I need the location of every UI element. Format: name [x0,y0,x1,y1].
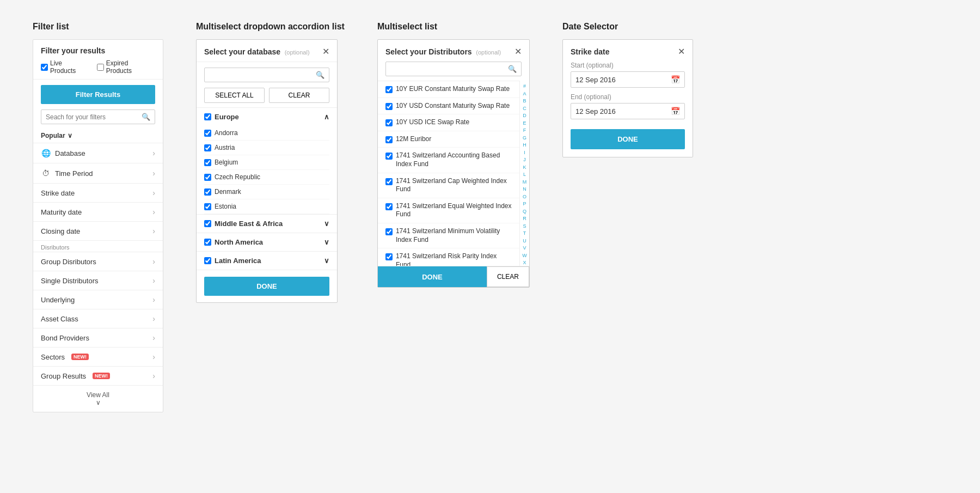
end-date-group: End (optional) 📅 [563,93,693,125]
filter-item-strike-date[interactable]: Strike date › [33,183,163,202]
date-close-icon[interactable]: ✕ [678,47,685,56]
multiselect-search-input[interactable] [390,65,508,73]
option-andorra: Andorra [204,126,329,141]
filter-item-maturity-date[interactable]: Maturity date › [33,202,163,221]
filter-item-sectors[interactable]: Sectors NEW! › [33,347,163,366]
filter-item-group-distributors[interactable]: Group Disributors › [33,252,163,271]
calendar-icon-end[interactable]: 📅 [671,107,680,115]
alpha-o[interactable]: O [523,193,526,201]
dropdown-search-input[interactable] [209,71,316,79]
option-czech: Czech Republic [204,170,329,185]
alpha-v[interactable]: V [523,245,526,252]
date-panel: Strike date ✕ Start (optional) 📅 End (op… [562,39,693,157]
select-all-button[interactable]: SELECT ALL [204,88,265,103]
filter-label-time-period: Time Period [55,169,93,178]
filter-label-single-distributors: Single Distributors [41,277,99,285]
dropdown-optional-label: (optional) [285,49,310,56]
alpha-n[interactable]: N [523,186,526,193]
alpha-u[interactable]: U [523,238,526,245]
alpha-c[interactable]: C [523,105,526,113]
alpha-s[interactable]: S [523,223,526,230]
accordion-item-europe: Europe Andorra Austria Belgium Czech Rep… [197,108,337,215]
ms-option-7: 1741 Switzerland Minimum Volatility Inde… [378,223,519,248]
alpha-g[interactable]: G [523,135,526,142]
alpha-j[interactable]: J [523,156,526,164]
expired-products-label: Expired Products [106,59,155,75]
mea-checkbox[interactable] [204,220,211,227]
alpha-t[interactable]: T [523,230,526,238]
europe-checkbox[interactable] [204,113,211,120]
alpha-h[interactable]: H [523,142,526,149]
alpha-q[interactable]: Q [523,208,526,216]
alpha-d[interactable]: D [523,112,526,120]
filter-label-group-distributors: Group Disributors [41,258,96,266]
multiselect-clear-button[interactable]: CLEAR [487,266,529,287]
popular-label: Popular [41,132,65,139]
multiselect-close-icon[interactable]: ✕ [514,47,522,56]
accordion-done-button[interactable]: DONE [204,277,329,296]
sectors-new-badge: NEW! [71,354,89,360]
alpha-f[interactable]: F [523,127,526,135]
close-icon[interactable]: ✕ [322,47,329,56]
ms-option-3: 12M Euribor [378,131,519,148]
alpha-b[interactable]: B [523,98,526,105]
filter-item-time-period[interactable]: ⏱ Time Period › [33,163,163,183]
chevron-right-icon8: › [152,295,155,304]
alpha-w[interactable]: W [522,252,527,260]
multiselect-done-button[interactable]: DONE [378,266,487,287]
live-products-checkbox[interactable]: Live Products [41,59,89,75]
popular-row: Popular ∨ [33,129,163,143]
filter-item-single-distributors[interactable]: Single Distributors › [33,271,163,290]
multiselect-panel-title: Select your Distributors [385,47,472,56]
alpha-k[interactable]: K [523,164,526,172]
view-all-button[interactable]: View All ∨ [33,385,163,412]
accordion-header-north-america[interactable]: North America [197,233,337,251]
accordion-header-europe[interactable]: Europe [197,108,337,126]
chevron-right-icon5: › [152,227,155,235]
dropdown-header: Select your database (optional) ✕ [197,40,337,62]
date-done-button[interactable]: DONE [571,129,685,149]
alpha-e[interactable]: E [523,120,526,127]
filter-item-database[interactable]: 🌐 Database › [33,143,163,163]
alpha-x[interactable]: X [523,259,526,266]
search-icon-multiselect: 🔍 [508,65,517,73]
alpha-m[interactable]: M [523,179,527,186]
alpha-l[interactable]: L [523,171,526,179]
chevron-right-icon: › [152,149,155,157]
multiselect-items-list: 10Y EUR Constant Maturity Swap Rate 10Y … [378,81,519,266]
alpha-r[interactable]: R [523,215,526,223]
end-date-label: End (optional) [571,93,685,101]
alpha-hash[interactable]: # [523,83,526,90]
expired-products-checkbox[interactable]: Expired Products [97,59,155,75]
date-selector-title: Date Selector [562,22,693,32]
filter-item-underlying[interactable]: Underlying › [33,290,163,309]
alpha-i[interactable]: I [524,149,525,157]
calendar-icon-start[interactable]: 📅 [671,75,680,84]
filter-item-closing-date[interactable]: Closing date › [33,221,163,240]
filter-results-button[interactable]: Filter Results [41,85,155,104]
latin-america-checkbox[interactable] [204,257,211,264]
filter-search-input[interactable] [46,113,142,121]
filter-item-bond-providers[interactable]: Bond Providers › [33,328,163,347]
multiselect-body: 10Y EUR Constant Maturity Swap Rate 10Y … [378,81,529,266]
product-checkboxes: Live Products Expired Products [41,59,155,75]
filter-item-group-results[interactable]: Group Results NEW! › [33,366,163,385]
alpha-a[interactable]: A [523,90,526,98]
start-date-input[interactable] [575,76,671,84]
accordion-header-mea[interactable]: Middle East & Africa [197,215,337,233]
clear-button[interactable]: CLEAR [269,88,329,103]
distributors-section-header: Disributors [33,240,163,252]
view-all-chevron-icon: ∨ [96,399,101,406]
alpha-index: # A B C D E F G H I J K L M N O P [519,81,529,266]
latin-america-label: Latin America [215,257,261,265]
filter-panel-title: Filter your results [41,46,155,55]
filter-item-asset-class[interactable]: Asset Class › [33,309,163,328]
end-date-input[interactable] [575,107,671,115]
alpha-p[interactable]: P [523,200,526,208]
filter-label-strike-date: Strike date [41,189,75,197]
north-america-checkbox[interactable] [204,239,211,246]
multiselect-section-title: Multiselect list [377,22,530,32]
dropdown-panel-title: Select your database (optional) [204,47,310,56]
accordion-header-latin-america[interactable]: Latin America [197,252,337,270]
ms-option-8: 1741 Switzerland Risk Parity Index Fund [378,248,519,266]
